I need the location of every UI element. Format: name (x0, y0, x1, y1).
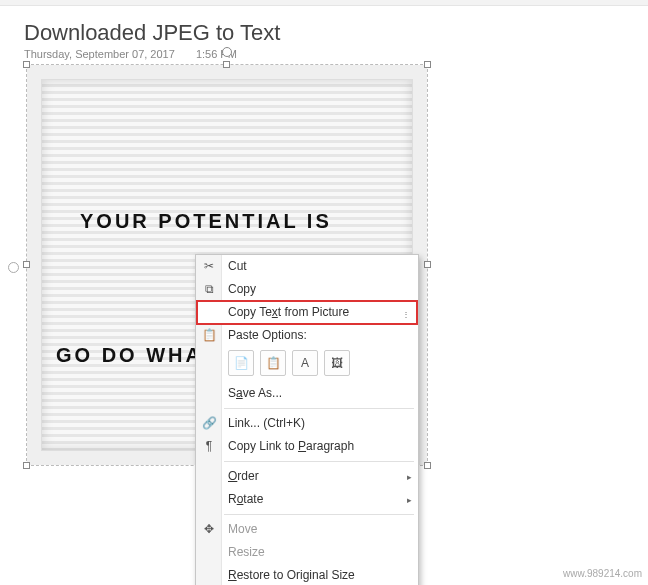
note-tag-handle[interactable] (8, 262, 19, 273)
menu-order[interactable]: Order ▸ (196, 465, 418, 488)
menu-move: ✥ Move (196, 518, 418, 541)
resize-handle-tm[interactable] (223, 61, 230, 68)
paragraph-link-icon: ¶ (201, 438, 217, 454)
watermark: www.989214.com (563, 568, 642, 579)
menu-save-as[interactable]: Save As... (196, 382, 418, 405)
context-menu: ✂ Cut ⧉ Copy Copy Text from Picture ⋮ 📋 … (195, 254, 419, 585)
paste-picture-button[interactable]: 🖼 (324, 350, 350, 376)
link-icon: 🔗 (201, 415, 217, 431)
scissors-icon: ✂ (201, 258, 217, 274)
separator (224, 514, 414, 515)
menu-copy[interactable]: ⧉ Copy (196, 278, 418, 301)
menu-cut-label: Cut (228, 259, 247, 273)
menu-resize: Resize (196, 541, 418, 564)
menu-order-label: Order (228, 469, 259, 483)
menu-link-label: Link... (Ctrl+K) (228, 416, 305, 430)
page-meta: Thursday, September 07, 2017 1:56 PM (24, 48, 624, 60)
page-date: Thursday, September 07, 2017 (24, 48, 175, 60)
resize-handle-tr[interactable] (424, 61, 431, 68)
menu-save-as-label: Save As... (228, 386, 282, 400)
menu-restore-original-size[interactable]: Restore to Original Size (196, 564, 418, 585)
separator (224, 461, 414, 462)
menu-resize-label: Resize (228, 545, 265, 559)
paste-options-row: 📄 📋 A 🖼 (196, 347, 418, 382)
resize-handle-mr[interactable] (424, 261, 431, 268)
resize-handle-br[interactable] (424, 462, 431, 469)
menu-move-label: Move (228, 522, 257, 536)
paste-text-only-button[interactable]: A (292, 350, 318, 376)
menu-rotate-label: Rotate (228, 492, 263, 506)
paste-options-text: Paste Options: (228, 328, 307, 342)
copy-icon: ⧉ (201, 281, 217, 297)
resize-handle-bl[interactable] (23, 462, 30, 469)
submenu-arrow-icon: ▸ (407, 470, 412, 485)
flyout-indicator-icon: ⋮ (402, 307, 410, 322)
note-page: Downloaded JPEG to Text Thursday, Septem… (0, 6, 648, 70)
menu-copy-label: Copy (228, 282, 256, 296)
board-text-line-1: YOUR POTENTIAL IS (80, 210, 332, 233)
menu-copy-link-paragraph-label: Copy Link to Paragraph (228, 439, 354, 453)
paste-merge-button[interactable]: 📋 (260, 350, 286, 376)
menu-restore-original-size-label: Restore to Original Size (228, 568, 355, 582)
menu-cut[interactable]: ✂ Cut (196, 255, 418, 278)
resize-handle-tl[interactable] (23, 61, 30, 68)
move-icon: ✥ (201, 521, 217, 537)
menu-copy-link-paragraph[interactable]: ¶ Copy Link to Paragraph (196, 435, 418, 458)
menu-copy-text-from-picture-label: Copy Text from Picture (228, 305, 349, 319)
submenu-arrow-icon: ▸ (407, 493, 412, 508)
paste-options-label: 📋 Paste Options: (196, 324, 418, 347)
page-title[interactable]: Downloaded JPEG to Text (24, 20, 624, 46)
menu-link[interactable]: 🔗 Link... (Ctrl+K) (196, 412, 418, 435)
paste-keep-formatting-button[interactable]: 📄 (228, 350, 254, 376)
resize-handle-ml[interactable] (23, 261, 30, 268)
rotate-handle[interactable] (222, 47, 232, 57)
clipboard-icon: 📋 (201, 327, 217, 343)
menu-rotate[interactable]: Rotate ▸ (196, 488, 418, 511)
menu-copy-text-from-picture[interactable]: Copy Text from Picture ⋮ (196, 300, 418, 325)
separator (224, 408, 414, 409)
